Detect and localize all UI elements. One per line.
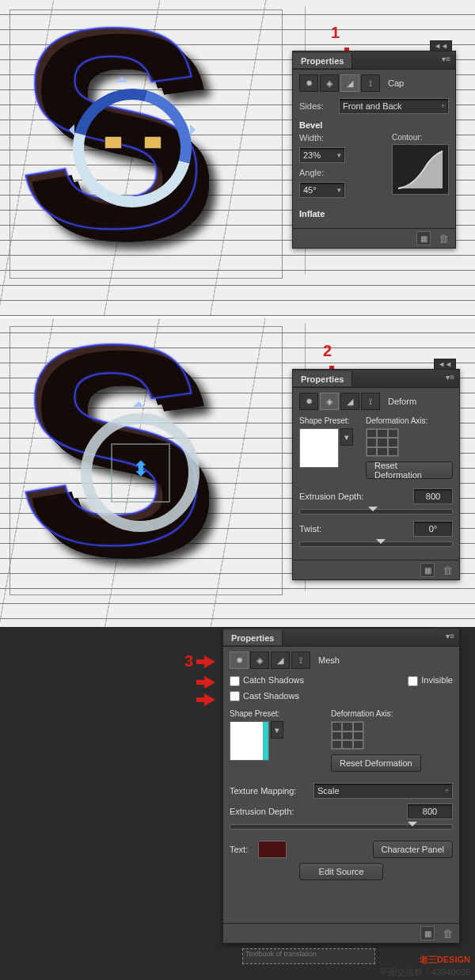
deform-mode-icon[interactable]: ◈ [320,74,339,92]
3d-viewport[interactable]: S S ⬍ [10,326,283,595]
text-color-swatch[interactable] [258,841,287,858]
extrude-arrow-icon[interactable]: ⬍ [132,457,150,481]
chevron-down-icon: ▾ [337,186,341,194]
cap-gizmo[interactable] [73,89,192,207]
properties-tab[interactable]: Properties [293,53,352,68]
extrusion-slider[interactable] [299,509,453,515]
contour-label: Contour: [392,133,449,142]
coords-mode-icon[interactable]: ⟟ [291,651,310,669]
render-settings-icon[interactable]: ▦ [420,563,435,577]
properties-panel: ◄◄ Properties ▾≡ ✹ ◈ ◢ ⟟ Mesh Catch Shad… [222,628,460,944]
deform-mode-icon[interactable]: ◈ [250,651,269,669]
extrusion-input[interactable]: 800 [413,488,453,504]
extrusion-input[interactable]: 800 [407,803,453,819]
handle-left-icon[interactable] [63,124,74,135]
width-input[interactable]: 23% ▾ [299,147,345,163]
properties-tab[interactable]: Properties [293,371,352,386]
handle-top-icon[interactable] [133,396,144,407]
tutorial-step-2: S S ⬍ 2 ◄◄ Properties ▾≡ ✹ ◈ ◢ ⟟ Deform [0,317,475,627]
invisible-checkbox[interactable]: Invisible [408,675,453,686]
tutorial-step-3: 3 ◄◄ Properties ▾≡ ✹ ◈ ◢ ⟟ Mesh Catch Sh… [0,627,475,980]
shape-preset-label: Shape Preset: [299,416,353,425]
mesh-mode-icon[interactable]: ✹ [299,74,318,92]
coords-mode-icon[interactable]: ⟟ [361,393,380,410]
preset-dropdown-icon[interactable]: ▾ [340,428,353,446]
chevron-down-icon: ▾ [337,151,341,159]
cap-mode-icon[interactable]: ◢ [340,393,359,410]
trash-icon[interactable]: 🗑 [443,564,453,576]
chevron-down-icon: ÷ [441,102,445,110]
trash-icon[interactable]: 🗑 [439,233,449,245]
panel-menu-icon[interactable]: ▾≡ [446,632,454,640]
extrusion-value: 800 [423,807,437,816]
watermark-group: 平面交流群：43940608 [379,967,470,977]
rotation-ring-icon[interactable] [51,67,214,230]
slider-knob-icon[interactable] [408,822,417,831]
bevel-handle-icon[interactable] [104,136,122,149]
handle-right-icon[interactable] [190,124,201,135]
deform-mode-icon[interactable]: ◈ [320,393,339,410]
preset-dropdown-icon[interactable]: ▾ [271,721,283,739]
reset-deformation-button[interactable]: Reset Deformation [366,462,453,479]
reset-deformation-button[interactable]: Reset Deformation [331,754,421,772]
contour-editor[interactable] [392,144,449,195]
render-settings-icon[interactable]: ▦ [420,926,435,940]
twist-slider[interactable] [299,541,453,547]
slider-knob-icon[interactable] [368,507,378,516]
panel-menu-icon[interactable]: ▾≡ [446,373,454,382]
angle-input[interactable]: 45° ▾ [299,182,345,198]
bevel-handle-icon[interactable] [144,136,162,149]
tutorial-step-1: S S 1 ◄◄ Properties ▾≡ ✹ ◈ ◢ ⟟ Cap [0,0,475,317]
shape-preset-thumb[interactable] [230,721,269,761]
callout-arrow-icon [204,655,222,668]
invisible-label: Invisible [421,675,453,685]
cast-shadows-checkbox[interactable]: Cast Shadows [230,691,299,702]
edit-source-button[interactable]: Edit Source [299,863,384,880]
panel-menu-icon[interactable]: ▾≡ [442,55,450,63]
angle-label: Angle: [299,168,334,177]
trash-icon[interactable]: 🗑 [443,928,453,940]
collapse-button[interactable]: ◄◄ [434,359,456,370]
character-panel-button[interactable]: Character Panel [373,841,454,858]
step-number: 1 [331,24,340,42]
panel-tabbar: Properties ▾≡ [223,629,459,647]
extrusion-label: Extrusion Depth: [230,807,402,816]
3d-viewport[interactable]: S S [10,9,283,279]
panel-tabbar: Properties ▾≡ [293,51,455,70]
render-settings-icon[interactable]: ▦ [416,231,431,245]
sides-select[interactable]: Front and Back ÷ [339,98,449,114]
callout-arrow-icon [204,693,222,706]
deform-axis-grid[interactable] [331,721,364,750]
mode-row: ✹ ◈ ◢ ⟟ Cap [299,74,449,92]
texture-mapping-select[interactable]: Scale ÷ [314,783,453,799]
deform-axis-label: Deformation Axis: [366,416,453,425]
catch-shadows-checkbox[interactable]: Catch Shadows [230,675,304,686]
extrusion-value: 800 [426,492,440,501]
deform-axis-grid[interactable] [366,428,399,457]
shape-preset-label: Shape Preset: [230,709,283,718]
texture-mapping-value: Scale [317,786,340,796]
deform-gizmo[interactable]: ⬍ [81,413,200,532]
coords-mode-icon[interactable]: ⟟ [361,74,380,92]
properties-panel: ◄◄ Properties ▾≡ ✹ ◈ ◢ ⟟ Deform Shape Pr… [292,369,460,580]
slider-knob-icon[interactable] [376,539,386,549]
catch-shadows-label: Catch Shadows [243,675,304,685]
twist-input[interactable]: 0° [413,521,453,537]
mesh-mode-icon[interactable]: ✹ [230,651,249,669]
step-number: 3 [184,652,193,670]
extrusion-slider[interactable] [230,824,453,830]
properties-panel: ◄◄ Properties ▾≡ ✹ ◈ ◢ ⟟ Cap Sides: Fron… [292,51,456,249]
properties-tab[interactable]: Properties [223,630,283,645]
collapse-button[interactable]: ◄◄ [430,40,452,51]
mesh-mode-icon[interactable]: ✹ [299,393,318,410]
watermark-brand: DESIGN [437,955,470,964]
extrusion-label: Extrusion Depth: [299,492,408,501]
shape-preset-thumb[interactable] [299,428,339,468]
mode-label: Cap [388,78,404,88]
cap-mode-icon[interactable]: ◢ [271,651,290,669]
handle-top-icon[interactable] [116,71,127,82]
panel-tabbar: Properties ▾≡ [293,370,459,388]
cap-mode-icon[interactable]: ◢ [340,74,359,92]
bevel-heading: Bevel [299,120,449,130]
step-number: 2 [323,342,332,360]
